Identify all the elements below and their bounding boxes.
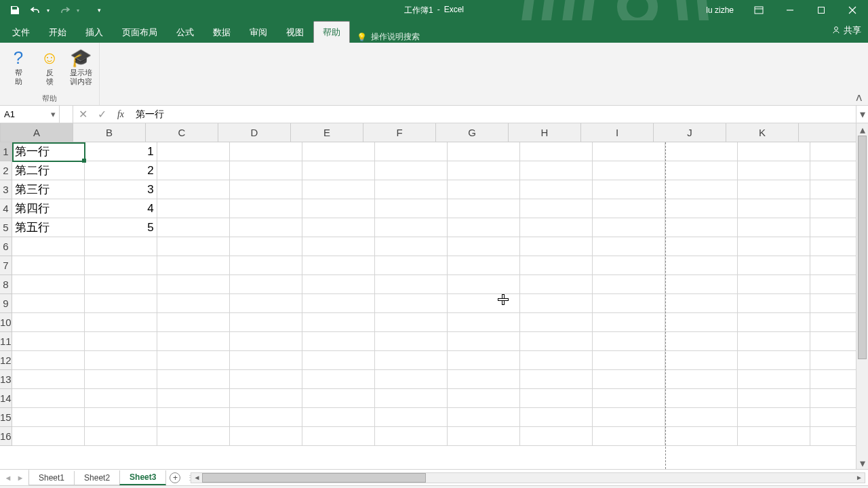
col-header-F[interactable]: F bbox=[363, 123, 436, 142]
cell-D7[interactable] bbox=[230, 256, 302, 275]
cell-K8[interactable] bbox=[738, 275, 810, 294]
cell-J8[interactable] bbox=[665, 275, 738, 294]
cell-X11[interactable] bbox=[810, 332, 856, 351]
cell-D11[interactable] bbox=[230, 332, 302, 351]
cell-E6[interactable] bbox=[302, 237, 375, 256]
cell-A8[interactable] bbox=[12, 275, 85, 294]
cell-G14[interactable] bbox=[448, 389, 520, 408]
cell-F1[interactable] bbox=[375, 142, 448, 161]
cell-D2[interactable] bbox=[230, 161, 302, 180]
cell-I2[interactable] bbox=[593, 161, 665, 180]
tab-插入[interactable]: 插入 bbox=[76, 21, 113, 43]
tab-页面布局[interactable]: 页面布局 bbox=[113, 21, 167, 43]
cell-J9[interactable] bbox=[665, 294, 738, 313]
collapse-ribbon-button[interactable]: ʌ bbox=[853, 92, 864, 102]
cell-C11[interactable] bbox=[157, 332, 230, 351]
scroll-up-button[interactable]: ▴ bbox=[856, 123, 868, 136]
cell-B2[interactable]: 2 bbox=[85, 161, 157, 180]
tell-me-search[interactable]: 💡 操作说明搜索 bbox=[357, 31, 420, 43]
row-header-1[interactable]: 1 bbox=[0, 142, 12, 161]
cell-A3[interactable]: 第三行 bbox=[12, 180, 85, 199]
sheet-tab-Sheet3[interactable]: Sheet3 bbox=[119, 470, 166, 485]
cell-X10[interactable] bbox=[810, 313, 856, 332]
row-header-8[interactable]: 8 bbox=[0, 275, 12, 294]
cell-E16[interactable] bbox=[302, 427, 375, 446]
cell-B8[interactable] bbox=[85, 275, 157, 294]
cell-B4[interactable]: 4 bbox=[85, 199, 157, 218]
cell-G4[interactable] bbox=[448, 199, 520, 218]
add-sheet-button[interactable]: + bbox=[166, 470, 184, 485]
cell-C6[interactable] bbox=[157, 237, 230, 256]
sheet-prev-button[interactable]: ◄ bbox=[3, 472, 14, 483]
cell-C7[interactable] bbox=[157, 256, 230, 275]
cell-C9[interactable] bbox=[157, 294, 230, 313]
cell-A11[interactable] bbox=[12, 332, 85, 351]
cell-K15[interactable] bbox=[738, 408, 810, 427]
col-header-D[interactable]: D bbox=[218, 123, 291, 142]
cell-H2[interactable] bbox=[520, 161, 593, 180]
cell-I9[interactable] bbox=[593, 294, 665, 313]
row-header-10[interactable]: 10 bbox=[0, 313, 12, 332]
cell-K9[interactable] bbox=[738, 294, 810, 313]
row-header-9[interactable]: 9 bbox=[0, 294, 12, 313]
cell-E9[interactable] bbox=[302, 294, 375, 313]
cell-G15[interactable] bbox=[448, 408, 520, 427]
cell-B7[interactable] bbox=[85, 256, 157, 275]
cell-I12[interactable] bbox=[593, 351, 665, 370]
ribbon-btn-2[interactable]: 🎓显示培 训内容 bbox=[66, 45, 95, 86]
cell-K13[interactable] bbox=[738, 370, 810, 389]
tab-审阅[interactable]: 审阅 bbox=[240, 21, 277, 43]
cell-K2[interactable] bbox=[738, 161, 810, 180]
vscroll-thumb[interactable] bbox=[858, 136, 867, 359]
cell-F6[interactable] bbox=[375, 237, 448, 256]
cell-C15[interactable] bbox=[157, 408, 230, 427]
cell-D9[interactable] bbox=[230, 294, 302, 313]
scroll-down-button[interactable]: ▾ bbox=[856, 457, 868, 469]
cell-I5[interactable] bbox=[593, 218, 665, 237]
cell-J4[interactable] bbox=[665, 199, 738, 218]
tab-file[interactable]: 文件 bbox=[3, 21, 39, 43]
cell-F2[interactable] bbox=[375, 161, 448, 180]
cell-F10[interactable] bbox=[375, 313, 448, 332]
row-header-13[interactable]: 13 bbox=[0, 370, 12, 389]
cell-F8[interactable] bbox=[375, 275, 448, 294]
cell-B10[interactable] bbox=[85, 313, 157, 332]
cell-A15[interactable] bbox=[12, 408, 85, 427]
minimize-button[interactable] bbox=[774, 0, 806, 20]
cell-X8[interactable] bbox=[810, 275, 856, 294]
row-header-14[interactable]: 14 bbox=[0, 389, 12, 408]
cell-H15[interactable] bbox=[520, 408, 593, 427]
cell-H5[interactable] bbox=[520, 218, 593, 237]
cell-A10[interactable] bbox=[12, 313, 85, 332]
tab-开始[interactable]: 开始 bbox=[39, 21, 76, 43]
cell-G2[interactable] bbox=[448, 161, 520, 180]
row-header-12[interactable]: 12 bbox=[0, 351, 12, 370]
cell-D16[interactable] bbox=[230, 427, 302, 446]
cell-A16[interactable] bbox=[12, 427, 85, 446]
sheet-tab-Sheet1[interactable]: Sheet1 bbox=[28, 471, 75, 485]
scroll-left-button[interactable]: ◄ bbox=[191, 474, 202, 481]
cell-B12[interactable] bbox=[85, 351, 157, 370]
cell-A14[interactable] bbox=[12, 389, 85, 408]
cell-F14[interactable] bbox=[375, 389, 448, 408]
row-header-4[interactable]: 4 bbox=[0, 199, 12, 218]
scroll-right-button[interactable]: ► bbox=[854, 474, 865, 481]
cell-H10[interactable] bbox=[520, 313, 593, 332]
row-header-3[interactable]: 3 bbox=[0, 180, 12, 199]
cell-J1[interactable] bbox=[665, 142, 738, 161]
cell-D3[interactable] bbox=[230, 180, 302, 199]
row-header-7[interactable]: 7 bbox=[0, 256, 12, 275]
col-header-I[interactable]: I bbox=[581, 123, 654, 142]
cell-C13[interactable] bbox=[157, 370, 230, 389]
cell-D1[interactable] bbox=[230, 142, 302, 161]
cell-E5[interactable] bbox=[302, 218, 375, 237]
row-header-15[interactable]: 15 bbox=[0, 408, 12, 427]
cell-E2[interactable] bbox=[302, 161, 375, 180]
cell-I10[interactable] bbox=[593, 313, 665, 332]
cell-A6[interactable] bbox=[12, 237, 85, 256]
cell-H8[interactable] bbox=[520, 275, 593, 294]
cell-J7[interactable] bbox=[665, 256, 738, 275]
cell-I11[interactable] bbox=[593, 332, 665, 351]
row-header-16[interactable]: 16 bbox=[0, 427, 12, 446]
cell-G8[interactable] bbox=[448, 275, 520, 294]
